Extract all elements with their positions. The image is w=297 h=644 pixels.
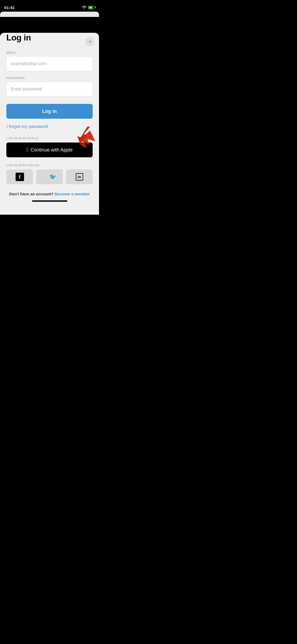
status-bar: 01:41 ⚡ [0,0,99,12]
status-icons: ⚡ [82,6,95,9]
home-indicator [32,200,67,202]
password-input[interactable] [6,82,93,96]
modal-peek [0,12,99,17]
wifi-icon [82,6,87,9]
linkedin-icon: in [76,173,83,181]
social-buttons-row: f 🐦 in [6,169,93,184]
password-field-group: PASSWORD [6,76,93,96]
email-input[interactable] [6,56,93,71]
password-label: PASSWORD [6,76,93,80]
forgot-password-link[interactable]: I forgot my password [6,124,93,129]
apple-button-label: Continue with Apple [31,147,73,153]
apple-section-label: LOG IN WITH APPLE [6,137,93,140]
close-button[interactable]: × [85,37,95,47]
social-section-label: LOG IN WITH SOCIAL [6,164,93,167]
facebook-login-button[interactable]: f [6,169,33,184]
linkedin-login-button[interactable]: in [66,169,93,184]
login-modal: × Log in EMAIL PASSWORD Log in I forgot … [0,33,99,215]
page-title: Log in [6,33,93,43]
apple-logo-icon:  [26,147,28,152]
battery-icon: ⚡ [88,6,95,9]
email-field-group: EMAIL [6,51,93,71]
twitter-login-button[interactable]: 🐦 [36,169,63,184]
facebook-icon: f [16,173,24,181]
apple-login-button[interactable]:  Continue with Apple [6,142,93,157]
status-time: 01:41 [4,5,15,10]
become-member-link[interactable]: Become a member [55,192,90,196]
become-member-row: Don't have an account? Become a member [6,192,93,196]
twitter-icon [43,174,49,180]
login-button[interactable]: Log in [6,104,93,119]
email-label: EMAIL [6,51,93,54]
twitter-icon-text: 🐦 [49,173,56,180]
no-account-text: Don't have an account? [9,192,54,196]
